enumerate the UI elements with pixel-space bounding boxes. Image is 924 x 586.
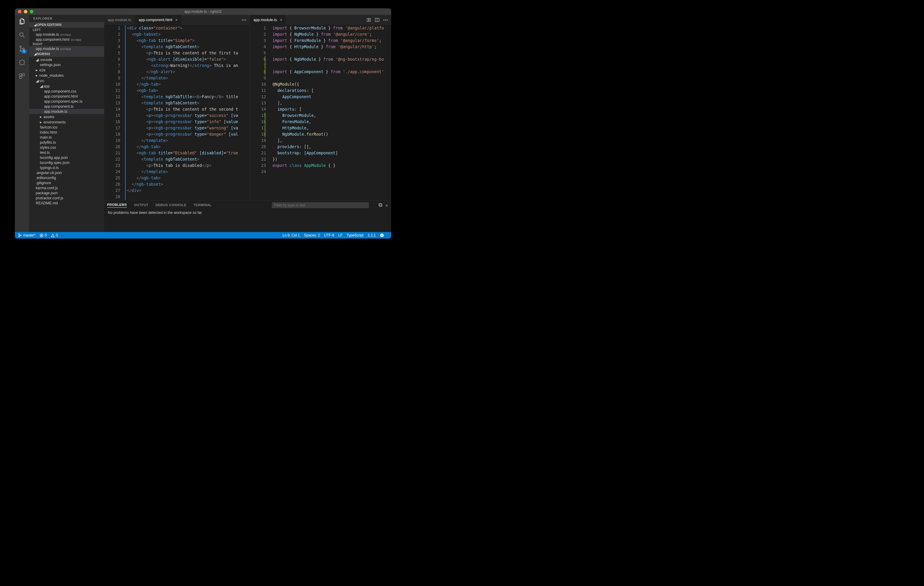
tree-file[interactable]: app.component.css bbox=[29, 89, 104, 94]
tabs-right: app.module.ts × ••• bbox=[250, 15, 391, 25]
tab-app-module-ts[interactable]: app.module.ts bbox=[104, 15, 135, 25]
status-eol[interactable]: LF bbox=[338, 233, 343, 237]
tree-file[interactable]: main.ts bbox=[29, 135, 104, 140]
status-language[interactable]: TypeScript bbox=[347, 233, 364, 237]
tree-file[interactable]: polyfills.ts bbox=[29, 140, 104, 145]
sidebar-title: EXPLORER bbox=[29, 15, 104, 22]
tree-folder[interactable]: ◢src bbox=[29, 78, 104, 83]
tab-label: app.module.ts bbox=[108, 18, 131, 22]
tree-file[interactable]: .angular-cli.json bbox=[29, 170, 104, 175]
section-project-label: NGBS02 bbox=[37, 52, 50, 56]
search-icon[interactable] bbox=[18, 31, 26, 39]
open-editors-group-label: RIGHT bbox=[29, 42, 104, 46]
svg-rect-12 bbox=[380, 204, 382, 206]
feedback-icon[interactable] bbox=[380, 233, 384, 237]
svg-point-2 bbox=[20, 50, 21, 52]
section-open-editors[interactable]: ◢OPEN EDITORS bbox=[29, 22, 104, 28]
tree-file[interactable]: app.component.html bbox=[29, 94, 104, 99]
panel-tab-debug-console[interactable]: DEBUG CONSOLE bbox=[156, 203, 186, 207]
tree-folder[interactable]: ▸e2e bbox=[29, 67, 104, 72]
tree-file[interactable]: tsconfig.app.json bbox=[29, 155, 104, 160]
status-encoding[interactable]: UTF-8 bbox=[324, 233, 334, 237]
activity-bar: 5 bbox=[15, 15, 29, 232]
svg-rect-6 bbox=[22, 74, 25, 76]
open-editors-group-label: LEFT bbox=[29, 28, 104, 32]
compare-icon[interactable] bbox=[366, 18, 371, 22]
titlebar[interactable]: app.module.ts - ngbs02 bbox=[15, 8, 391, 15]
svg-point-1 bbox=[20, 46, 21, 48]
status-errors[interactable]: 0 bbox=[40, 233, 47, 237]
tree-file[interactable]: .editorconfig bbox=[29, 175, 104, 180]
files-icon[interactable] bbox=[18, 17, 26, 26]
open-editors-item[interactable]: app.module.tssrc/app bbox=[29, 32, 104, 37]
svg-rect-9 bbox=[369, 18, 371, 21]
status-warnings[interactable]: 0 bbox=[51, 233, 58, 237]
panel-tab-output[interactable]: OUTPUT bbox=[134, 203, 148, 207]
svg-point-13 bbox=[18, 234, 19, 234]
close-icon[interactable]: × bbox=[280, 18, 282, 22]
svg-rect-11 bbox=[379, 204, 381, 206]
panel: PROBLEMS OUTPUT DEBUG CONSOLE TERMINAL ×… bbox=[104, 200, 391, 232]
window-title: app.module.ts - ngbs02 bbox=[15, 10, 391, 14]
tree-file[interactable]: settings.json bbox=[29, 62, 104, 67]
status-cursor[interactable]: Ln 9, Col 1 bbox=[282, 233, 300, 237]
tabs-left: app.module.ts app.component.html × ••• bbox=[104, 15, 250, 25]
tree-folder[interactable]: ▸environments bbox=[29, 119, 104, 125]
code-editor-right[interactable]: 123456789101112131415161718192021222324 … bbox=[250, 25, 391, 200]
tree-folder[interactable]: ◢app bbox=[29, 83, 104, 89]
tree-folder[interactable]: ▸node_modules bbox=[29, 72, 104, 78]
panel-tab-problems[interactable]: PROBLEMS bbox=[107, 203, 127, 207]
svg-point-15 bbox=[20, 235, 21, 235]
sidebar-explorer: EXPLORER ◢OPEN EDITORS LEFTapp.module.ts… bbox=[29, 15, 104, 232]
svg-point-4 bbox=[20, 60, 25, 65]
tree-file[interactable]: test.ts bbox=[29, 150, 104, 155]
window: app.module.ts - ngbs02 5 EXPLORER bbox=[15, 8, 391, 239]
status-version[interactable]: 2.2.1 bbox=[368, 233, 376, 237]
split-editor-icon[interactable] bbox=[375, 18, 380, 22]
tree-file[interactable]: .gitignore bbox=[29, 180, 104, 185]
open-editors-item[interactable]: app.component.htmlsrc/app bbox=[29, 37, 104, 42]
svg-rect-5 bbox=[20, 74, 22, 76]
tree-file[interactable]: app.component.spec.ts bbox=[29, 99, 104, 104]
section-project[interactable]: ◢NGBS02 bbox=[29, 51, 104, 57]
section-open-editors-label: OPEN EDITORS bbox=[37, 23, 62, 26]
tree-file[interactable]: package.json bbox=[29, 190, 104, 196]
svg-rect-8 bbox=[367, 18, 368, 21]
close-panel-icon[interactable]: × bbox=[386, 203, 388, 208]
more-actions-icon[interactable]: ••• bbox=[242, 18, 247, 22]
tree-file[interactable]: tsconfig.spec.json bbox=[29, 160, 104, 165]
editor-group-left: app.module.ts app.component.html × ••• 1… bbox=[104, 15, 250, 200]
tree-file[interactable]: karma.conf.js bbox=[29, 185, 104, 190]
status-spaces[interactable]: Spaces: 2 bbox=[304, 233, 320, 237]
tree-folder[interactable]: ▸assets bbox=[29, 114, 104, 119]
tree-folder[interactable]: ◢.vscode bbox=[29, 57, 104, 62]
tab-label: app.module.ts bbox=[254, 18, 277, 22]
source-control-badge: 5 bbox=[21, 49, 27, 54]
panel-filter-input[interactable] bbox=[272, 202, 369, 208]
open-editors-item[interactable]: app.module.tssrc/app bbox=[29, 46, 104, 51]
tab-app-module-ts[interactable]: app.module.ts × bbox=[250, 15, 286, 25]
extensions-icon[interactable] bbox=[18, 72, 26, 80]
tab-app-component-html[interactable]: app.component.html × bbox=[135, 15, 182, 25]
more-actions-icon[interactable]: ••• bbox=[383, 18, 388, 22]
status-errors-count: 0 bbox=[45, 233, 47, 237]
svg-point-19 bbox=[382, 235, 383, 235]
close-icon[interactable]: × bbox=[175, 18, 178, 22]
collapse-all-icon[interactable] bbox=[378, 203, 383, 208]
tree-file[interactable]: protractor.conf.js bbox=[29, 196, 104, 201]
status-warnings-count: 0 bbox=[56, 233, 58, 237]
tab-label: app.component.html bbox=[139, 18, 172, 22]
tree-file[interactable]: app.module.ts bbox=[29, 109, 104, 114]
status-branch[interactable]: master* bbox=[18, 233, 35, 237]
source-control-icon[interactable]: 5 bbox=[18, 44, 26, 53]
tree-file[interactable]: index.html bbox=[29, 130, 104, 135]
tree-file[interactable]: styles.css bbox=[29, 145, 104, 150]
tree-file[interactable]: README.md bbox=[29, 201, 104, 206]
tree-file[interactable]: favicon.ico bbox=[29, 125, 104, 130]
tree-file[interactable]: typings.d.ts bbox=[29, 165, 104, 170]
tree-file[interactable]: app.component.ts bbox=[29, 104, 104, 109]
debug-icon[interactable] bbox=[18, 58, 26, 67]
code-editor-left[interactable]: 1234567891011121314151617181920212223242… bbox=[104, 25, 250, 200]
svg-point-18 bbox=[381, 235, 382, 235]
panel-tab-terminal[interactable]: TERMINAL bbox=[193, 203, 212, 207]
